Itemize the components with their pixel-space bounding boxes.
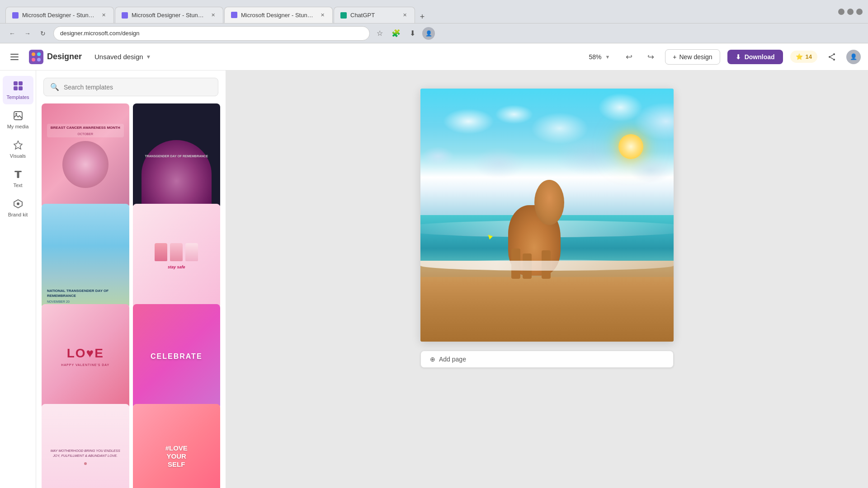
template-card-love[interactable]: LO♥E HAPPY VALENTINE'S DAY	[42, 304, 129, 409]
forward-button[interactable]: →	[21, 27, 34, 40]
tab-close-3[interactable]: ✕	[319, 11, 326, 19]
svg-rect-15	[14, 86, 18, 90]
search-icon: 🔍	[50, 83, 59, 91]
download-browser-icon[interactable]: ⬇	[406, 27, 419, 40]
maximize-button[interactable]	[847, 9, 854, 15]
tab-favicon-2	[122, 12, 128, 19]
share-icon	[828, 53, 836, 61]
reload-button[interactable]: ↻	[36, 27, 50, 40]
tab-close-4[interactable]: ✕	[401, 12, 408, 19]
fashion-icons	[155, 243, 198, 261]
sidebar-item-templates[interactable]: Templates	[3, 76, 33, 104]
template-card-national-transgender[interactable]: NATIONAL TRANSGENDER DAY OF REMEMBRANCE …	[42, 204, 129, 309]
zoom-control[interactable]: 58% ▼	[584, 51, 614, 63]
user-avatar[interactable]: 👤	[846, 50, 861, 64]
new-design-label: New design	[679, 53, 712, 61]
tab-favicon-4	[340, 12, 347, 19]
celebrate-text: CELEBRATE	[151, 352, 203, 361]
search-input[interactable]	[64, 84, 212, 91]
download-label: Download	[745, 53, 775, 61]
design-name-text: Unsaved design	[94, 53, 143, 61]
new-design-button[interactable]: + New design	[665, 49, 720, 65]
undo-button[interactable]: ↩	[622, 50, 636, 64]
back-button[interactable]: ←	[5, 27, 19, 40]
points-badge[interactable]: ⭐ 14	[790, 51, 817, 63]
sidebar-item-brand[interactable]: Brand kit	[3, 194, 33, 222]
topbar: Designer Unsaved design ▼ 58% ▼ ↩ ↪ + Ne…	[0, 43, 868, 70]
tab-close-1[interactable]: ✕	[100, 12, 107, 19]
browser-tab-1[interactable]: Microsoft Designer - Stunning ✕	[5, 7, 114, 23]
new-design-plus-icon: +	[673, 53, 676, 61]
svg-point-22	[17, 202, 19, 205]
templates-header: 🔍	[36, 70, 226, 100]
templates-grid: BREAST CANCER AWARENESS MONTH OCTOBER TR…	[36, 100, 226, 488]
my-media-icon	[13, 111, 23, 122]
template-card-motherhood[interactable]: MAY MOTHERHOOD BRING YOU ENDLESS JOY, FU…	[42, 404, 129, 488]
icon-sidebar: Templates My media Vis	[0, 70, 36, 488]
nav-bar: ← → ↻ designer.microsoft.com/design ☆ 🧩 …	[0, 23, 868, 43]
download-icon: ⬇	[736, 53, 741, 61]
svg-point-4	[32, 52, 35, 56]
dress-3	[185, 243, 198, 261]
tab-title-1: Microsoft Designer - Stunning	[22, 12, 96, 19]
add-page-label: Add page	[439, 356, 466, 363]
new-tab-button[interactable]: +	[416, 10, 429, 23]
search-box[interactable]: 🔍	[43, 78, 218, 96]
template-card-love-yourself[interactable]: #LOVEYOURSELF	[133, 404, 221, 488]
svg-point-8	[833, 53, 835, 55]
hamburger-menu-button[interactable]	[7, 50, 22, 64]
svg-point-18	[15, 113, 17, 115]
card-title-2: TRANSGENDER DAY OF REMEMBRANCE	[145, 154, 208, 158]
tabs-area: Microsoft Designer - Stunning ✕ Microsof…	[5, 0, 831, 23]
visuals-icon	[13, 140, 23, 151]
logo-text: Designer	[47, 52, 82, 61]
template-card-stay-safe[interactable]: stay safe	[133, 204, 221, 309]
sidebar-item-text[interactable]: Text	[3, 165, 33, 192]
browser-profile-avatar[interactable]: 👤	[422, 27, 435, 40]
canvas-image[interactable]	[420, 89, 674, 342]
designer-logo-icon	[29, 50, 43, 64]
dress-2	[170, 243, 183, 261]
minimize-button[interactable]	[838, 9, 844, 15]
add-page-button[interactable]: ⊕ Add page	[420, 351, 674, 368]
redo-button[interactable]: ↪	[643, 50, 658, 64]
svg-rect-16	[19, 86, 23, 90]
svg-rect-14	[19, 81, 23, 85]
download-button[interactable]: ⬇ Download	[727, 50, 783, 64]
share-button[interactable]	[825, 50, 839, 64]
card-inner: BREAST CANCER AWARENESS MONTH OCTOBER	[47, 124, 124, 137]
sidebar-item-visuals[interactable]: Visuals	[3, 136, 33, 163]
template-card-breast-cancer[interactable]: BREAST CANCER AWARENESS MONTH OCTOBER	[42, 103, 129, 208]
browser-tab-4[interactable]: ChatGPT ✕	[334, 7, 415, 23]
flower-graphic	[142, 140, 212, 208]
templates-panel: 🔍 BREAST CANCER AWARENESS MONTH OCTOBER …	[36, 70, 226, 488]
svg-rect-0	[10, 54, 19, 55]
canvas-wrapper: ⊕ Add page	[420, 89, 674, 368]
svg-rect-3	[29, 50, 43, 64]
extensions-icon[interactable]: 🧩	[390, 27, 402, 40]
bookmark-star-icon[interactable]: ☆	[373, 27, 386, 40]
motherhood-text: MAY MOTHERHOOD BRING YOU ENDLESS JOY, FU…	[49, 448, 122, 459]
points-count: 14	[806, 53, 812, 60]
card-ribbon-graphic	[62, 141, 108, 188]
points-star-icon: ⭐	[796, 53, 803, 60]
app: Designer Unsaved design ▼ 58% ▼ ↩ ↪ + Ne…	[0, 43, 868, 488]
logo-area[interactable]: Designer	[29, 50, 82, 64]
svg-line-11	[830, 55, 833, 56]
close-button[interactable]	[856, 9, 863, 15]
add-page-icon: ⊕	[430, 356, 435, 363]
tab-close-2[interactable]: ✕	[209, 12, 217, 19]
templates-label: Templates	[6, 94, 29, 100]
browser-tab-3[interactable]: Microsoft Designer - Stunning ✕	[224, 7, 333, 23]
address-bar[interactable]: designer.microsoft.com/design	[53, 26, 370, 41]
card-subtitle-3: NOVEMBER 20	[47, 300, 70, 303]
template-card-transgender[interactable]: TRANSGENDER DAY OF REMEMBRANCE	[133, 103, 221, 208]
design-name-button[interactable]: Unsaved design ▼	[89, 50, 156, 63]
svg-point-7	[37, 58, 41, 61]
browser-tab-2[interactable]: Microsoft Designer - Stunning ✕	[115, 7, 223, 23]
sidebar-item-my-media[interactable]: My media	[3, 106, 33, 134]
browser-chrome: Microsoft Designer - Stunning ✕ Microsof…	[0, 0, 868, 23]
stay-safe-content: stay safe	[155, 243, 198, 269]
template-card-celebrate[interactable]: CELEBRATE	[133, 304, 221, 409]
url-text: designer.microsoft.com/design	[60, 30, 140, 37]
